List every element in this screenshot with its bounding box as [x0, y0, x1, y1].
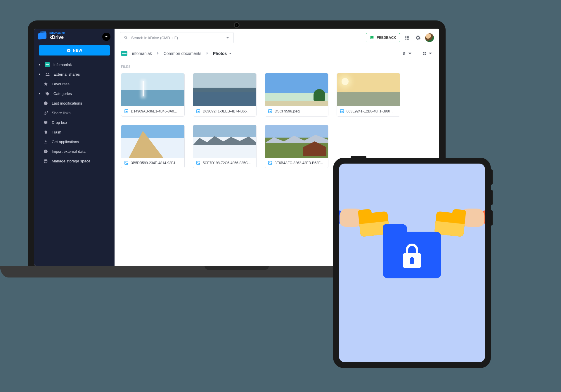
- file-card[interactable]: 3B5DB599-234E-4814-93B1...: [121, 125, 185, 168]
- file-name: D14909AB-36E1-4B45-8A0...: [131, 109, 177, 113]
- svg-rect-5: [197, 161, 200, 164]
- download-icon: [43, 140, 48, 144]
- view-toggle-button[interactable]: [422, 51, 433, 56]
- settings-button[interactable]: [415, 34, 421, 41]
- chevron-down-icon: [408, 51, 412, 56]
- laptop-camera: [234, 22, 240, 28]
- gear-icon: [415, 35, 421, 41]
- apps-grid-button[interactable]: [404, 34, 411, 41]
- sidebar-item-label: Manage storage space: [52, 159, 90, 163]
- file-name: 063E9241-E2B8-48F1-B98F...: [347, 109, 394, 113]
- section-label: FILES: [115, 60, 439, 71]
- file-card[interactable]: 3E6B4AFC-3262-43EB-B63F...: [265, 125, 328, 168]
- tablet-top-button: [351, 156, 366, 158]
- image-file-icon: [268, 161, 272, 165]
- sidebar-item-favourites[interactable]: Favourites: [34, 79, 115, 89]
- brand-name: kDrive: [49, 35, 65, 40]
- file-thumbnail: [121, 125, 184, 158]
- sidebar-item-get-applications[interactable]: Get applications: [34, 137, 115, 147]
- user-avatar[interactable]: [425, 33, 434, 42]
- breadcrumb-mid[interactable]: Common documents: [164, 51, 201, 56]
- kdrive-logo-icon: [38, 32, 46, 39]
- users-icon: [45, 72, 50, 77]
- breadcrumb-current-label: Photos: [213, 51, 227, 56]
- file-card[interactable]: D14909AB-36E1-4B45-8A0...: [121, 73, 185, 117]
- chevron-right-icon: [38, 91, 41, 96]
- sidebar-item-label: Share links: [52, 111, 70, 115]
- search-input[interactable]: Search in kDrive (CMD + F): [120, 32, 234, 43]
- lock-icon: [403, 244, 421, 268]
- file-name: D63C72F1-3EEB-4B74-B65...: [203, 109, 250, 113]
- file-thumbnail: [337, 73, 400, 106]
- hand-left-illustration: [339, 210, 345, 224]
- feedback-label: FEEDBACK: [377, 36, 396, 40]
- apps-grid-icon: [404, 35, 410, 41]
- chevron-down-icon: [428, 51, 433, 56]
- file-card[interactable]: 063E9241-E2B8-48F1-B98F...: [337, 73, 400, 117]
- breadcrumb-root[interactable]: infomaniak: [132, 51, 152, 56]
- sidebar-item-label: Import external data: [52, 149, 86, 154]
- tablet-illustration: [339, 164, 485, 362]
- tablet-device-frame: [333, 158, 491, 368]
- image-file-icon: [196, 161, 200, 165]
- sidebar-header: infomaniak kDrive: [34, 29, 115, 44]
- image-file-icon: [340, 109, 344, 113]
- file-name: 3E6B4AFC-3262-43EB-B63F...: [275, 161, 323, 165]
- new-button-label: NEW: [73, 48, 82, 53]
- sidebar-item-categories[interactable]: Categories: [34, 89, 115, 98]
- brand-top: infomaniak: [49, 32, 65, 35]
- tag-icon: [45, 91, 50, 96]
- trash-icon: [43, 130, 48, 134]
- feedback-button[interactable]: FEEDBACK: [366, 33, 400, 42]
- file-card[interactable]: D63C72F1-3EEB-4B74-B65...: [193, 73, 257, 117]
- file-name: 3B5DB599-234E-4814-93B1...: [131, 161, 179, 165]
- star-icon: [43, 82, 48, 86]
- svg-rect-6: [269, 161, 272, 164]
- file-card[interactable]: DSCF9596.jpeg: [265, 73, 328, 117]
- sidebar-item-infomaniak[interactable]: infomaniak: [34, 60, 115, 70]
- chevron-right-icon: [38, 72, 41, 77]
- grid-view-icon: [422, 51, 427, 56]
- chevron-down-icon: [105, 35, 108, 38]
- sidebar-item-label: Drop box: [52, 120, 67, 125]
- chevron-right-icon: [157, 51, 159, 56]
- chevron-right-icon: [206, 51, 208, 56]
- search-placeholder: Search in kDrive (CMD + F): [131, 36, 178, 40]
- file-name: DSCF9596.jpeg: [275, 109, 299, 113]
- tablet-side-buttons: [491, 169, 493, 185]
- sort-button[interactable]: [402, 51, 412, 56]
- sidebar-item-label: Categories: [53, 91, 72, 96]
- sidebar-item-label: Trash: [52, 130, 61, 134]
- chat-icon: [370, 35, 374, 40]
- sidebar-item-drop-box[interactable]: Drop box: [34, 118, 115, 127]
- sidebar-item-trash[interactable]: Trash: [34, 127, 115, 137]
- sidebar-collapse-button[interactable]: [102, 33, 110, 41]
- sort-icon: [402, 51, 406, 56]
- file-thumbnail: [121, 73, 184, 106]
- svg-rect-4: [125, 161, 128, 164]
- storage-icon: [43, 159, 48, 163]
- new-button[interactable]: NEW: [39, 45, 110, 55]
- svg-rect-0: [125, 110, 128, 113]
- file-thumbnail: [193, 73, 256, 106]
- link-icon: [43, 111, 48, 115]
- chevron-down-icon: [228, 52, 232, 55]
- sidebar-item-external-shares[interactable]: External shares: [34, 70, 115, 79]
- sidebar-item-import-external[interactable]: Import external data: [34, 147, 115, 156]
- image-file-icon: [124, 109, 129, 113]
- sidebar-item-share-links[interactable]: Share links: [34, 108, 115, 118]
- svg-rect-3: [340, 110, 344, 113]
- breadcrumb-current[interactable]: Photos: [213, 51, 232, 56]
- file-thumbnail: [265, 73, 328, 106]
- sidebar: infomaniak kDrive NEW infomaniak Extern: [34, 29, 115, 266]
- search-icon: [124, 35, 128, 40]
- file-card[interactable]: 5CF7D198-72C6-4856-835C...: [193, 125, 257, 168]
- import-icon: [43, 149, 48, 154]
- breadcrumb: infomaniak Common documents Photos: [115, 47, 439, 60]
- image-file-icon: [268, 109, 272, 113]
- sidebar-item-label: Favourites: [52, 82, 70, 86]
- svg-rect-1: [197, 110, 200, 113]
- sidebar-item-manage-storage[interactable]: Manage storage space: [34, 156, 115, 166]
- inbox-icon: [43, 120, 48, 125]
- sidebar-item-last-modifications[interactable]: Last modifications: [34, 98, 115, 108]
